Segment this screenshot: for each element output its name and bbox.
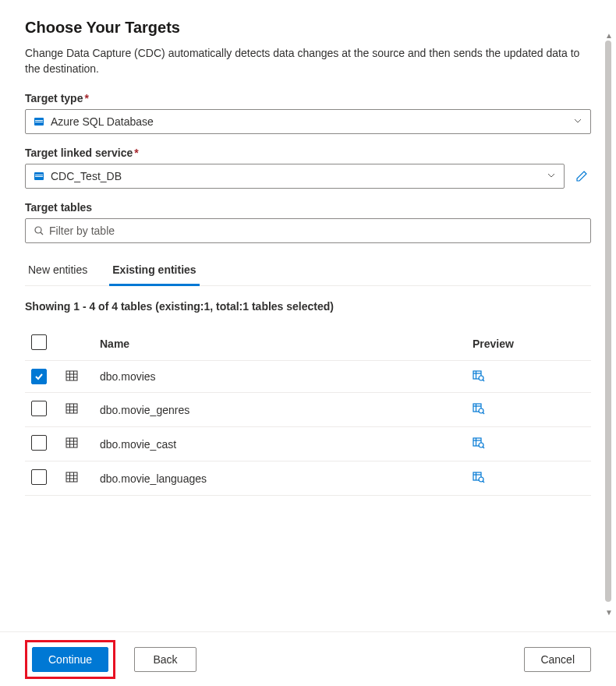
column-header-preview: Preview	[466, 327, 591, 361]
tab-existing-entities[interactable]: Existing entities	[109, 256, 199, 286]
preview-button[interactable]	[473, 370, 485, 382]
preview-button[interactable]	[473, 402, 485, 415]
target-type-select[interactable]: Azure SQL Database	[25, 109, 591, 134]
table-row: dbo.movie_genres	[25, 393, 591, 427]
svg-point-6	[35, 227, 41, 233]
edit-linked-service-button[interactable]	[572, 167, 591, 186]
table-icon	[65, 471, 78, 483]
svg-line-37	[483, 447, 484, 448]
showing-count: Showing 1 - 4 of 4 tables (existing:1, t…	[25, 300, 591, 313]
back-button[interactable]: Back	[134, 647, 196, 672]
table-row: dbo.movie_languages	[25, 461, 591, 496]
svg-rect-5	[35, 176, 43, 177]
row-name: dbo.movie_languages	[94, 461, 466, 496]
row-name: dbo.movie_cast	[94, 427, 466, 461]
table-icon	[65, 402, 78, 415]
azure-sql-icon	[34, 171, 44, 182]
required-asterisk: *	[84, 92, 88, 104]
scroll-down-arrow[interactable]: ▼	[605, 608, 613, 617]
svg-line-27	[483, 412, 484, 414]
scrollbar[interactable]	[605, 41, 611, 602]
svg-line-7	[41, 232, 43, 235]
select-all-checkbox[interactable]	[31, 334, 47, 350]
target-linked-service-label: Target linked service*	[25, 147, 591, 159]
target-type-value: Azure SQL Database	[51, 115, 573, 128]
filter-input[interactable]	[49, 225, 582, 237]
target-tables-label: Target tables	[25, 201, 591, 214]
svg-rect-38	[66, 472, 77, 482]
table-row: dbo.movies	[25, 361, 591, 393]
column-header-name: Name	[94, 327, 466, 361]
svg-line-17	[483, 380, 484, 381]
tab-new-entities[interactable]: New entities	[25, 256, 90, 286]
svg-rect-2	[35, 122, 43, 122]
preview-button[interactable]	[473, 471, 485, 483]
page-description: Change Data Capture (CDC) automatically …	[25, 46, 591, 76]
target-linked-service-select[interactable]: CDC_Test_DB	[25, 164, 565, 189]
row-name: dbo.movies	[94, 361, 466, 393]
preview-button[interactable]	[473, 437, 485, 449]
svg-line-47	[483, 481, 484, 483]
entity-tabs: New entities Existing entities	[25, 256, 591, 286]
table-icon	[65, 370, 78, 382]
page-title: Choose Your Targets	[25, 19, 591, 37]
table-row: dbo.movie_cast	[25, 427, 591, 461]
target-linked-service-value: CDC_Test_DB	[51, 170, 547, 182]
chevron-down-icon	[547, 170, 556, 182]
tables-list: Name Preview dbo.movies	[25, 327, 591, 496]
svg-rect-28	[66, 438, 77, 447]
continue-highlight-box: Continue	[25, 640, 115, 679]
svg-rect-18	[66, 404, 77, 413]
scrollbar-thumb[interactable]	[605, 41, 611, 602]
svg-rect-8	[66, 371, 77, 380]
row-checkbox[interactable]	[31, 469, 47, 485]
svg-rect-1	[35, 120, 43, 121]
cancel-button[interactable]: Cancel	[524, 647, 591, 672]
row-checkbox[interactable]	[31, 369, 47, 384]
azure-sql-icon	[34, 116, 44, 127]
search-icon	[34, 225, 44, 236]
filter-input-wrap[interactable]	[25, 218, 591, 243]
required-asterisk: *	[134, 147, 138, 159]
continue-button[interactable]: Continue	[32, 647, 108, 672]
table-icon	[65, 437, 78, 449]
row-name: dbo.movie_genres	[94, 393, 466, 427]
footer: Continue Back Cancel	[0, 631, 616, 686]
row-checkbox[interactable]	[31, 401, 47, 416]
chevron-down-icon	[573, 115, 582, 128]
scroll-up-arrow[interactable]: ▲	[605, 31, 613, 40]
row-checkbox[interactable]	[31, 435, 47, 451]
svg-rect-4	[35, 175, 43, 175]
target-type-label: Target type*	[25, 92, 591, 104]
